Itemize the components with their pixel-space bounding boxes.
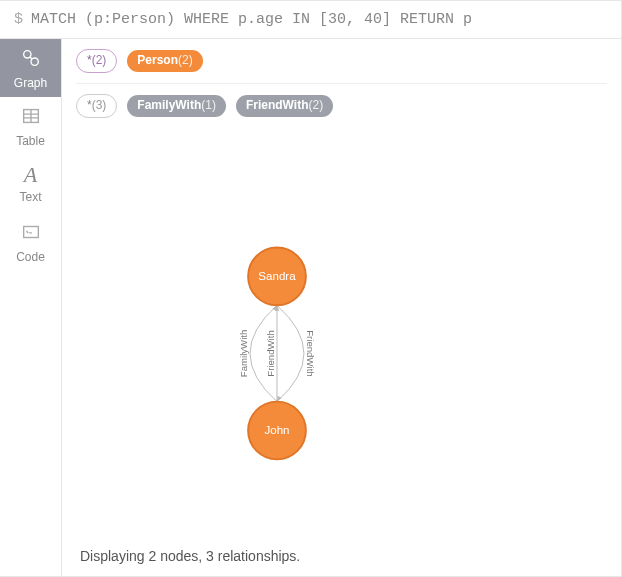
- legend-panel: *(2) Person(2) *(3) FamilyWith(1) Friend…: [62, 39, 621, 132]
- chip-all-nodes[interactable]: *(2): [76, 49, 117, 73]
- graph-node[interactable]: John: [248, 401, 306, 459]
- edge-label: FriendWith: [265, 330, 276, 376]
- chip-rel-familywith[interactable]: FamilyWith(1): [127, 95, 226, 117]
- graph-icon: [20, 47, 42, 72]
- query-prompt: $: [14, 11, 23, 28]
- table-icon: [20, 105, 42, 130]
- query-text: MATCH (p:Person) WHERE p.age IN [30, 40]…: [31, 11, 472, 28]
- svg-text:Sandra: Sandra: [258, 270, 296, 282]
- tab-text[interactable]: A Text: [0, 155, 61, 213]
- svg-text:John: John: [264, 424, 289, 436]
- chip-all-relationships[interactable]: *(3): [76, 94, 117, 118]
- tab-label: Code: [16, 250, 45, 264]
- view-sidebar: Graph Table A Text: [0, 39, 62, 576]
- chip-rel-friendwith[interactable]: FriendWith(2): [236, 95, 333, 117]
- svg-point-0: [23, 50, 30, 57]
- graph-node[interactable]: Sandra: [248, 247, 306, 305]
- svg-rect-3: [23, 226, 38, 237]
- tab-label: Graph: [14, 76, 47, 90]
- text-icon: A: [24, 164, 37, 186]
- tab-code[interactable]: Code: [0, 213, 61, 271]
- status-bar: Displaying 2 nodes, 3 relationships.: [62, 536, 621, 576]
- tab-graph[interactable]: Graph: [0, 39, 61, 97]
- query-bar[interactable]: $ MATCH (p:Person) WHERE p.age IN [30, 4…: [0, 1, 621, 39]
- relationship-chips-row: *(3) FamilyWith(1) FriendWith(2): [76, 83, 607, 118]
- tab-label: Table: [16, 134, 45, 148]
- chip-node-person[interactable]: Person(2): [127, 50, 202, 72]
- edge-label: FamilyWith: [238, 329, 249, 377]
- graph-canvas[interactable]: FamilyWithFriendWithFriendWithSandraJohn: [62, 132, 621, 536]
- tab-table[interactable]: Table: [0, 97, 61, 155]
- node-chips-row: *(2) Person(2): [76, 49, 607, 73]
- code-icon: [20, 221, 42, 246]
- svg-point-1: [31, 58, 38, 65]
- tab-label: Text: [19, 190, 41, 204]
- edge-label: FriendWith: [305, 330, 316, 376]
